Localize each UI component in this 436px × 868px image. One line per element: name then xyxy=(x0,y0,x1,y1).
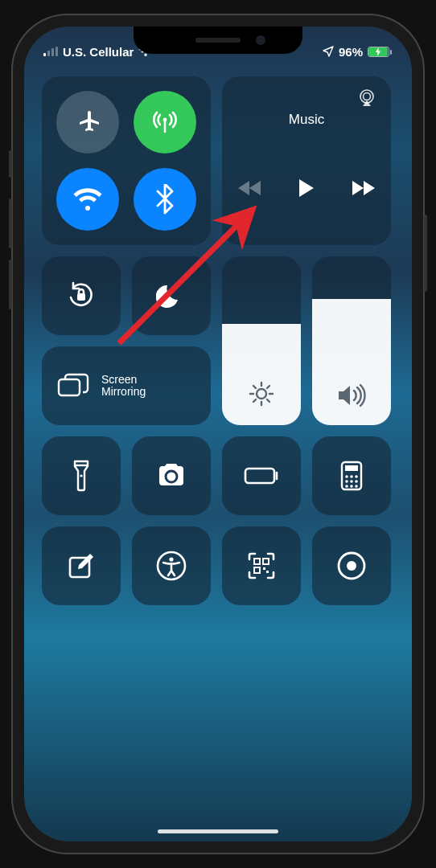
calculator-button[interactable] xyxy=(312,436,391,515)
wifi-icon xyxy=(72,186,104,212)
svg-point-29 xyxy=(347,561,356,571)
svg-point-19 xyxy=(355,485,358,488)
power-button[interactable] xyxy=(424,215,427,292)
svg-point-17 xyxy=(345,485,348,488)
notch xyxy=(134,27,302,54)
brightness-icon xyxy=(248,380,275,407)
airplay-icon[interactable] xyxy=(357,89,376,107)
mirror-line2: Mirroring xyxy=(101,386,146,398)
bluetooth-button[interactable] xyxy=(134,168,196,231)
svg-point-11 xyxy=(345,475,348,478)
svg-point-18 xyxy=(350,485,353,488)
svg-rect-26 xyxy=(263,567,265,570)
location-icon xyxy=(323,46,334,57)
phone-frame: U.S. Cellular 96% xyxy=(11,14,425,854)
charging-bolt-icon xyxy=(375,47,381,56)
volume-track xyxy=(312,256,391,299)
do-not-disturb-button[interactable] xyxy=(132,256,211,335)
brightness-track xyxy=(222,256,301,324)
screen: U.S. Cellular 96% xyxy=(24,27,412,841)
notes-button[interactable] xyxy=(42,526,121,605)
music-tile[interactable]: Music xyxy=(222,76,391,245)
carrier-label: U.S. Cellular xyxy=(63,45,134,59)
svg-point-14 xyxy=(345,480,348,483)
svg-rect-4 xyxy=(59,379,80,395)
moon-icon xyxy=(156,280,187,311)
brightness-fill xyxy=(222,324,301,425)
bluetooth-icon xyxy=(156,184,174,215)
svg-rect-23 xyxy=(254,559,260,564)
svg-rect-10 xyxy=(345,465,358,471)
next-track-button[interactable] xyxy=(351,179,375,197)
earpiece xyxy=(195,38,241,43)
svg-point-12 xyxy=(350,475,353,478)
battery-outline-icon xyxy=(243,466,280,485)
airplane-icon xyxy=(73,108,102,137)
svg-point-13 xyxy=(355,475,358,478)
wifi-button[interactable] xyxy=(56,168,119,231)
volume-icon xyxy=(336,383,367,407)
flashlight-icon xyxy=(72,458,91,493)
prev-track-button[interactable] xyxy=(238,179,262,197)
now-playing-title: Music xyxy=(237,112,376,128)
camera-button[interactable] xyxy=(132,436,211,515)
qr-scan-button[interactable] xyxy=(222,526,301,605)
svg-rect-8 xyxy=(245,469,274,483)
screen-record-button[interactable] xyxy=(312,526,391,605)
screen-mirroring-icon xyxy=(56,372,90,399)
svg-point-15 xyxy=(350,480,353,483)
record-icon xyxy=(335,550,368,582)
screen-mirroring-label: Screen Mirroring xyxy=(101,374,146,399)
svg-rect-24 xyxy=(263,559,269,564)
low-power-button[interactable] xyxy=(222,436,301,515)
cell-signal-icon xyxy=(43,47,58,56)
flashlight-button[interactable] xyxy=(42,436,121,515)
front-camera xyxy=(256,35,265,45)
svg-rect-25 xyxy=(254,567,260,573)
control-center: Music xyxy=(42,76,394,825)
rotation-lock-icon xyxy=(63,277,100,314)
home-indicator[interactable] xyxy=(158,829,278,833)
volume-slider[interactable] xyxy=(312,256,391,425)
qr-code-icon xyxy=(246,551,277,581)
accessibility-button[interactable] xyxy=(132,526,211,605)
svg-point-22 xyxy=(169,557,173,561)
calculator-icon xyxy=(339,460,364,492)
cellular-data-button[interactable] xyxy=(134,91,196,154)
camera-icon xyxy=(154,463,188,489)
battery-percent: 96% xyxy=(339,45,363,59)
svg-point-2 xyxy=(364,93,371,100)
accessibility-icon xyxy=(155,550,187,582)
svg-point-6 xyxy=(80,474,82,477)
play-button[interactable] xyxy=(298,178,315,199)
svg-point-5 xyxy=(257,389,266,399)
mirror-line1: Screen xyxy=(101,374,146,386)
rotation-lock-button[interactable] xyxy=(42,256,121,335)
svg-rect-27 xyxy=(266,571,269,573)
airplane-mode-button[interactable] xyxy=(56,91,119,154)
brightness-slider[interactable] xyxy=(222,256,301,425)
screen-mirroring-button[interactable]: Screen Mirroring xyxy=(42,346,211,425)
connectivity-tile[interactable] xyxy=(42,76,211,245)
svg-rect-3 xyxy=(77,293,85,301)
volume-down-button[interactable] xyxy=(9,260,12,309)
battery-icon xyxy=(368,47,389,57)
volume-up-button[interactable] xyxy=(9,199,12,248)
battery-fill xyxy=(368,47,388,56)
svg-point-16 xyxy=(355,480,358,483)
silence-switch[interactable] xyxy=(9,150,12,178)
antenna-icon xyxy=(150,107,180,137)
compose-icon xyxy=(66,551,97,581)
